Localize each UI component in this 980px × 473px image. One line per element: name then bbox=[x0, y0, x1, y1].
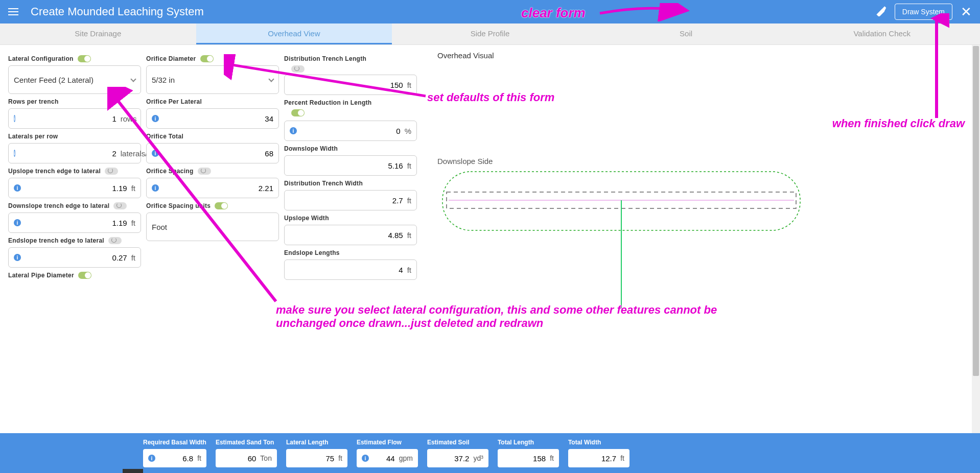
orifice-spacing-label: Orifice Spacing bbox=[146, 168, 279, 175]
rows-per-trench-field[interactable]: i rows bbox=[8, 108, 141, 129]
endslope-field[interactable]: i ft bbox=[8, 247, 141, 268]
unit-label: ft bbox=[407, 81, 411, 89]
metric: Required Basal Widthi6.8ft bbox=[143, 439, 206, 467]
upslope-label: Upslope trench edge to lateral bbox=[8, 168, 141, 175]
unit-label: ft bbox=[407, 266, 411, 274]
info-icon[interactable]: i bbox=[14, 115, 15, 122]
rows-per-trench-label: Rows per trench bbox=[8, 98, 141, 105]
orifice-per-lateral-field[interactable]: i bbox=[146, 108, 279, 129]
orifice-spacing-field[interactable]: i bbox=[146, 178, 279, 198]
scrollbar-vertical[interactable] bbox=[972, 45, 980, 433]
clear-form-icon[interactable] bbox=[875, 5, 886, 18]
info-icon[interactable]: i bbox=[14, 150, 15, 157]
tab-side-profile[interactable]: Side Profile bbox=[392, 23, 588, 44]
scrollbar-thumb[interactable] bbox=[973, 46, 979, 376]
info-icon[interactable]: i bbox=[290, 127, 297, 134]
hamburger-menu[interactable] bbox=[8, 6, 20, 18]
metric-box: i6.8ft bbox=[143, 449, 206, 467]
orifice-per-lateral-label: Orifice Per Lateral bbox=[146, 98, 279, 105]
downslope-field[interactable]: i ft bbox=[8, 212, 141, 233]
unit-label: % bbox=[405, 127, 411, 135]
dist-trench-width-field[interactable]: ft bbox=[284, 190, 417, 210]
endslope-len-input[interactable] bbox=[290, 266, 403, 274]
tab-validation-check[interactable]: Validation Check bbox=[784, 23, 980, 44]
metric-unit: gpm bbox=[399, 454, 413, 462]
upslope-width-input[interactable] bbox=[290, 231, 403, 240]
metric-unit: ft bbox=[197, 454, 201, 462]
lateral-config-select[interactable]: Center Feed (2 Lateral) bbox=[8, 65, 141, 94]
chevron-down-icon bbox=[130, 76, 136, 82]
overhead-diagram bbox=[437, 171, 972, 426]
annotation-when-finished: when finished click draw bbox=[832, 117, 965, 130]
metric-value: 60 bbox=[221, 454, 256, 463]
lateral-pipe-toggle[interactable] bbox=[78, 272, 91, 279]
info-icon[interactable]: i bbox=[152, 184, 159, 192]
metric: Estimated Flowi44gpm bbox=[357, 439, 418, 467]
upslope-input[interactable] bbox=[25, 184, 127, 193]
orifice-diameter-toggle[interactable] bbox=[200, 55, 214, 62]
metric-box: 75ft bbox=[286, 449, 347, 467]
percent-red-toggle[interactable] bbox=[291, 109, 305, 116]
close-icon[interactable]: ✕ bbox=[961, 4, 972, 20]
percent-red-input[interactable] bbox=[301, 127, 401, 135]
info-icon[interactable]: i bbox=[362, 455, 369, 462]
metric-box: i44gpm bbox=[357, 449, 418, 467]
orifice-diameter-select[interactable]: 5/32 in bbox=[146, 65, 279, 94]
upslope-toggle[interactable] bbox=[105, 168, 118, 175]
dist-trench-len-field[interactable]: ft bbox=[284, 75, 417, 95]
dist-trench-width-label: Distribution Trench Width bbox=[284, 180, 417, 187]
info-icon[interactable]: i bbox=[152, 115, 159, 122]
upslope-width-field[interactable]: ft bbox=[284, 225, 417, 245]
metric-value: 12.7 bbox=[573, 454, 616, 463]
metric-box: 60Ton bbox=[216, 449, 277, 467]
endslope-input[interactable] bbox=[25, 253, 127, 262]
downslope-input[interactable] bbox=[25, 219, 127, 227]
percent-red-field[interactable]: i % bbox=[284, 121, 417, 141]
metric-value: 37.2 bbox=[432, 454, 470, 463]
lateral-config-toggle[interactable] bbox=[78, 55, 91, 62]
rows-per-trench-input[interactable] bbox=[19, 114, 116, 123]
info-icon[interactable]: i bbox=[14, 254, 21, 261]
orifice-spacing-units-label: Orifice Spacing units bbox=[146, 202, 279, 209]
metric-unit: ft bbox=[620, 454, 624, 462]
metric: Total Width12.7ft bbox=[568, 439, 629, 467]
dist-trench-width-input[interactable] bbox=[290, 196, 403, 205]
metric-label: Total Length bbox=[498, 439, 559, 446]
info-icon[interactable]: i bbox=[152, 150, 159, 157]
lateral-config-label: Lateral Configuration bbox=[8, 55, 141, 62]
orifice-total-label: Orifice Total bbox=[146, 133, 279, 140]
orifice-total-input[interactable] bbox=[163, 149, 273, 158]
upslope-field[interactable]: i ft bbox=[8, 178, 141, 198]
orifice-spacing-input[interactable] bbox=[163, 184, 273, 193]
tab-overhead-view[interactable]: Overhead View bbox=[196, 23, 392, 44]
dist-trench-len-toggle[interactable] bbox=[291, 65, 305, 73]
endslope-len-label: Endslope Lengths bbox=[284, 249, 417, 256]
orifice-diameter-value: 5/32 in bbox=[152, 76, 269, 84]
orifice-spacing-units-toggle[interactable] bbox=[215, 202, 228, 209]
orifice-spacing-toggle[interactable] bbox=[198, 168, 211, 175]
laterals-per-row-field[interactable]: i laterals/row bbox=[8, 143, 141, 163]
downslope-width-input[interactable] bbox=[290, 161, 403, 170]
info-icon[interactable]: i bbox=[14, 184, 21, 192]
lateral-config-value: Center Feed (2 Lateral) bbox=[14, 76, 131, 84]
endslope-toggle[interactable] bbox=[108, 237, 122, 244]
orifice-per-lateral-input[interactable] bbox=[163, 114, 273, 123]
column-2: Orifice Diameter 5/32 in Orifice Per Lat… bbox=[146, 51, 279, 435]
endslope-len-field[interactable]: ft bbox=[284, 259, 417, 280]
downslope-width-field[interactable]: ft bbox=[284, 155, 417, 176]
metric-label: Total Width bbox=[568, 439, 629, 446]
tab-site-drainage[interactable]: Site Drainage bbox=[0, 23, 196, 44]
orifice-spacing-units-field[interactable]: Foot bbox=[146, 212, 279, 241]
info-icon[interactable]: i bbox=[14, 219, 21, 226]
downslope-toggle[interactable] bbox=[113, 202, 127, 209]
metric-box: 12.7ft bbox=[568, 449, 629, 467]
draw-system-button[interactable]: Draw System bbox=[895, 4, 952, 20]
metric-value: 44 bbox=[372, 454, 395, 463]
drag-handle[interactable] bbox=[123, 469, 143, 473]
info-icon[interactable]: i bbox=[148, 455, 155, 462]
tab-soil[interactable]: Soil bbox=[588, 23, 784, 44]
orifice-total-field[interactable]: i bbox=[146, 143, 279, 163]
dist-trench-len-label: Distribution Trench Length bbox=[284, 55, 417, 62]
dist-trench-len-input[interactable] bbox=[290, 81, 403, 89]
laterals-per-row-input[interactable] bbox=[19, 149, 116, 158]
